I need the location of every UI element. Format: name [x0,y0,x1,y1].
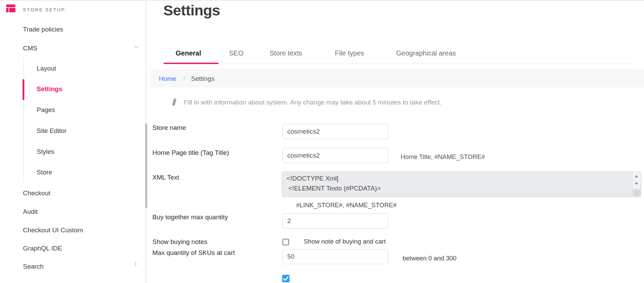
sidebar-item-checkout[interactable]: Checkout [23,189,50,197]
show-buying-notes-label: Show buying notes [152,238,207,246]
xml-text-line2: <!ELEMENT Texto (#PCDATA)> [287,185,381,192]
sidebar-item-site-editor[interactable]: Site Editor [37,127,67,135]
sidebar-item-pages[interactable]: Pages [37,106,55,114]
buy-together-max-quantity-label: Buy together max quantity [152,213,228,221]
sidebar-item-search[interactable]: Search [23,263,43,270]
submenu-indent-line [23,58,24,183]
tab-file-types[interactable]: File types [335,49,364,57]
xml-text-hint: #LINK_STORE#, #NAME_STORE# [296,201,396,209]
note-icon [172,99,177,106]
breadcrumb [151,69,644,87]
textarea-scrollbar[interactable] [632,172,641,188]
chevron-down-icon[interactable] [133,44,139,50]
textarea-resize-corner[interactable] [632,188,641,196]
sidebar-item-checkout-ui-custom[interactable]: Checkout UI Custom [23,226,83,234]
page-title: Settings [163,2,220,19]
tabs-divider [164,64,632,64]
max-skus-at-cart-input[interactable] [282,249,388,264]
store-setup-logo-icon [6,4,15,12]
sidebar-item-layout[interactable]: Layout [37,65,56,72]
breadcrumb-current: Settings [191,75,215,83]
active-item-indicator [23,79,24,100]
show-buying-notes-checkbox[interactable] [282,239,289,245]
sidebar-item-graphql-ide[interactable]: GraphQL IDE [23,245,62,252]
checked-checkbox[interactable] [282,275,290,282]
store-setup-page: STORE SETUP Trade policies CMS Layout Se… [0,0,644,283]
tab-store-texts[interactable]: Store texts [269,49,302,57]
tab-geographical-areas[interactable]: Geographical areas [396,49,456,57]
tab-seo[interactable]: SEO [229,49,243,57]
show-buying-notes-checkbox-label: Show note of buying and cart [304,238,386,245]
sidebar-item-settings[interactable]: Settings [37,85,62,93]
resize-grip-icon [634,190,640,195]
breadcrumb-home-link[interactable]: Home [159,75,176,83]
sidebar-item-store[interactable]: Store [37,169,52,176]
active-tab-underline [164,63,218,64]
sidebar-item-styles[interactable]: Styles [37,148,54,156]
home-page-title-hint: Home Title, #NAME_STORE# [401,153,485,161]
home-page-title-label: Home Page title (Tag Title) [152,149,229,157]
max-skus-at-cart-label: Max quantity of SKUs at cart [152,249,235,257]
max-skus-at-cart-hint: between 0 and 300 [403,255,456,262]
app-title: STORE SETUP [23,7,65,12]
scroll-up-icon[interactable] [634,175,639,177]
chevron-right-icon[interactable] [132,261,138,267]
xml-text-textarea[interactable]: <!DOCTYPE Xml[ <!ELEMENT Texto (#PCDATA)… [282,172,641,197]
breadcrumb-separator: / [183,75,185,83]
home-page-title-input[interactable] [282,148,388,163]
store-name-label: Store name [152,124,186,132]
check-icon [282,275,290,282]
xml-text-line1: <!DOCTYPE Xml[ [287,175,339,182]
scroll-down-icon[interactable] [634,183,639,185]
xml-text-label: XML Text [152,174,179,181]
sidebar-item-cms[interactable]: CMS [23,45,37,52]
info-note: Fill in with information about system. A… [184,99,442,106]
store-name-input[interactable] [282,124,388,139]
sidebar-scrollbar-thumb[interactable] [145,123,147,208]
sidebar-item-trade-policies[interactable]: Trade policies [23,26,63,33]
tab-general[interactable]: General [176,49,201,57]
sidebar-item-audit[interactable]: Audit [23,208,38,216]
buy-together-max-quantity-input[interactable] [282,213,388,229]
